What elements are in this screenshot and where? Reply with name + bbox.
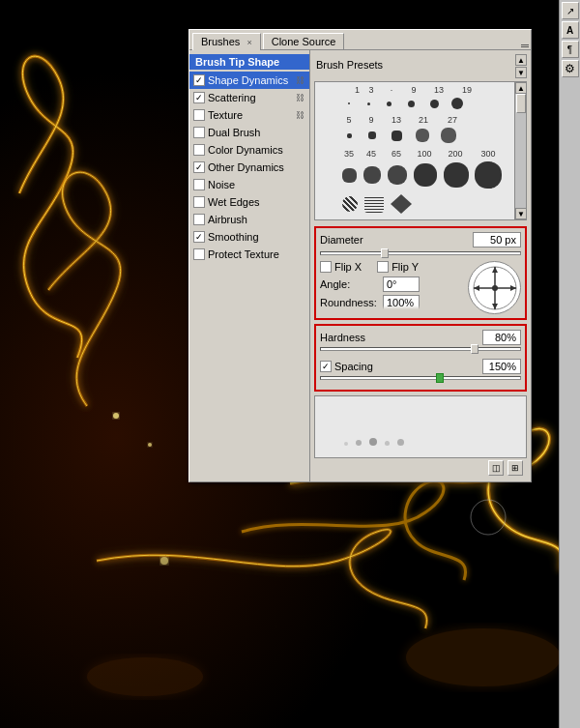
brush-5px[interactable] bbox=[387, 102, 392, 106]
tab-clone-source[interactable]: Clone Source bbox=[263, 33, 345, 49]
brush-row-1: - 1 3 · 9 13 19 bbox=[318, 85, 512, 95]
brush-labels-2: 5 9 13 21 27 bbox=[318, 115, 512, 125]
cb-texture[interactable] bbox=[193, 109, 205, 121]
brush-scroll-thumb[interactable] bbox=[516, 94, 526, 113]
angle-input[interactable] bbox=[383, 277, 420, 292]
spacing-row: Spacing 150% bbox=[320, 359, 521, 374]
cb-airbrush[interactable] bbox=[193, 214, 205, 225]
sidebar-item-protect-texture[interactable]: Protect Texture bbox=[189, 246, 309, 263]
toolbar-btn-para[interactable]: ¶ bbox=[562, 41, 579, 58]
preview-btn-2[interactable]: ⊞ bbox=[508, 460, 523, 476]
brush-45px[interactable] bbox=[363, 166, 381, 184]
hardness-slider[interactable] bbox=[320, 347, 521, 351]
brush-special-2[interactable] bbox=[364, 195, 384, 213]
sidebar-item-smoothing[interactable]: Smoothing bbox=[189, 228, 309, 246]
brush-21px[interactable] bbox=[416, 129, 429, 142]
sidebar-item-airbrush[interactable]: Airbrush bbox=[189, 211, 309, 228]
flip-y-row: Flip Y bbox=[377, 261, 419, 273]
presets-header-row: Brush Presets ▲ ▼ bbox=[314, 54, 527, 78]
brush-1px[interactable] bbox=[348, 102, 350, 104]
brush-65px[interactable] bbox=[388, 165, 407, 185]
sidebar-header[interactable]: Brush Tip Shape bbox=[189, 54, 309, 70]
chain-icon-texture: ⛓ bbox=[294, 109, 305, 121]
brush-27px[interactable] bbox=[441, 128, 456, 143]
sidebar-item-wet-edges[interactable]: Wet Edges bbox=[189, 193, 309, 211]
brush-200px[interactable] bbox=[444, 162, 469, 188]
chain-icon-scatter: ⛓ bbox=[294, 92, 305, 103]
panel-collapse-btn[interactable] bbox=[519, 43, 531, 49]
cb-dual-brush[interactable] bbox=[193, 127, 205, 138]
hardness-thumb[interactable] bbox=[471, 344, 478, 354]
preview-dots bbox=[344, 438, 404, 446]
cb-shape-dynamics[interactable] bbox=[193, 74, 205, 86]
brushes-panel: Brushes × Clone Source Brush Tip Shape S… bbox=[188, 29, 532, 482]
spacing-cb-row: Spacing bbox=[320, 361, 373, 372]
roundness-row: Roundness: bbox=[320, 295, 464, 309]
panel-content: Brush Presets ▲ ▼ - 1 3 · 9 13 19 bbox=[310, 50, 531, 481]
angle-preview-circle bbox=[468, 261, 521, 314]
preview-bottom-bar: ◫ ⊞ bbox=[314, 458, 527, 478]
sidebar-item-texture[interactable]: Texture ⛓ bbox=[189, 106, 309, 124]
scroll-up-arrow[interactable]: ▲ bbox=[515, 54, 527, 66]
sidebar-item-other-dynamics[interactable]: Other Dynamics bbox=[189, 159, 309, 176]
brush-9px[interactable] bbox=[408, 101, 415, 107]
brush-19px[interactable] bbox=[451, 98, 463, 109]
brush-scroll-down[interactable]: ▼ bbox=[515, 208, 527, 219]
cb-spacing[interactable] bbox=[320, 361, 332, 372]
diameter-row: Diameter 50 px bbox=[320, 232, 521, 248]
toolbar-btn-arrow[interactable]: ↗ bbox=[562, 2, 579, 19]
flip-angle-row: Flip X Flip Y Angle: Roundn bbox=[320, 261, 521, 314]
brush-35px[interactable] bbox=[342, 168, 357, 183]
spacing-value[interactable]: 150% bbox=[482, 359, 521, 374]
brush-dots-3 bbox=[318, 161, 512, 189]
tab-brushes[interactable]: Brushes × bbox=[192, 33, 261, 50]
cb-protect-texture[interactable] bbox=[193, 248, 205, 260]
diameter-slider[interactable] bbox=[320, 251, 521, 255]
flip-checkboxes: Flip X Flip Y bbox=[320, 261, 464, 273]
brush-presets-label: Brush Presets bbox=[314, 58, 385, 72]
svg-point-11 bbox=[160, 557, 168, 565]
brush-300px[interactable] bbox=[475, 161, 502, 189]
cb-flip-x[interactable] bbox=[320, 261, 332, 273]
brush-3px[interactable] bbox=[367, 102, 370, 105]
brush-100px[interactable] bbox=[414, 163, 437, 187]
cb-other-dynamics[interactable] bbox=[193, 161, 205, 173]
hardness-value[interactable]: 80% bbox=[482, 330, 521, 345]
sidebar-item-color-dynamics[interactable]: Color Dynamics bbox=[189, 141, 309, 159]
sidebar-item-scattering[interactable]: Scattering ⛓ bbox=[189, 89, 309, 106]
cb-flip-y[interactable] bbox=[377, 261, 389, 273]
scroll-down-arrow[interactable]: ▼ bbox=[515, 67, 527, 78]
cb-noise[interactable] bbox=[193, 179, 205, 190]
sidebar-item-shape-dynamics[interactable]: Shape Dynamics ⛓ bbox=[189, 72, 309, 89]
spacing-thumb[interactable] bbox=[436, 373, 444, 383]
brush-special-3[interactable] bbox=[391, 194, 412, 214]
chain-icon-shape: ⛓ bbox=[294, 74, 305, 86]
sidebar-item-noise[interactable]: Noise bbox=[189, 176, 309, 193]
svg-point-10 bbox=[148, 443, 152, 447]
toolbar-btn-type[interactable]: A bbox=[562, 21, 579, 39]
cb-smoothing[interactable] bbox=[193, 231, 205, 243]
spacing-slider[interactable] bbox=[320, 376, 521, 380]
brush-13px[interactable] bbox=[430, 100, 439, 108]
brush-13px-soft[interactable] bbox=[392, 131, 402, 141]
brush-scroll-up[interactable]: ▲ bbox=[515, 82, 527, 94]
diameter-thumb[interactable] bbox=[381, 248, 389, 258]
brush-labels-3: 35 45 65 100 200 300 bbox=[318, 149, 512, 159]
tab-bar: Brushes × Clone Source bbox=[189, 30, 531, 50]
toolbar-btn-gear[interactable]: ⚙ bbox=[562, 60, 579, 77]
roundness-input[interactable] bbox=[383, 295, 420, 309]
cb-wet-edges[interactable] bbox=[193, 196, 205, 208]
diameter-value[interactable]: 50 px bbox=[473, 232, 521, 248]
cb-scattering[interactable] bbox=[193, 92, 205, 103]
brush-scrollbar[interactable]: ▲ ▼ bbox=[514, 82, 526, 219]
brush-dots-1 bbox=[318, 98, 512, 109]
preview-btn-1[interactable]: ◫ bbox=[488, 460, 504, 476]
cb-color-dynamics[interactable] bbox=[193, 144, 205, 156]
tab-brushes-close[interactable]: × bbox=[246, 38, 251, 47]
angle-row: Angle: bbox=[320, 277, 464, 292]
brush-special-1[interactable] bbox=[342, 196, 358, 212]
brush-9px-soft[interactable] bbox=[368, 131, 376, 139]
diameter-section: Diameter 50 px Flip X bbox=[314, 226, 527, 320]
sidebar-item-dual-brush[interactable]: Dual Brush bbox=[189, 124, 309, 141]
brush-5px-soft[interactable] bbox=[347, 133, 352, 138]
